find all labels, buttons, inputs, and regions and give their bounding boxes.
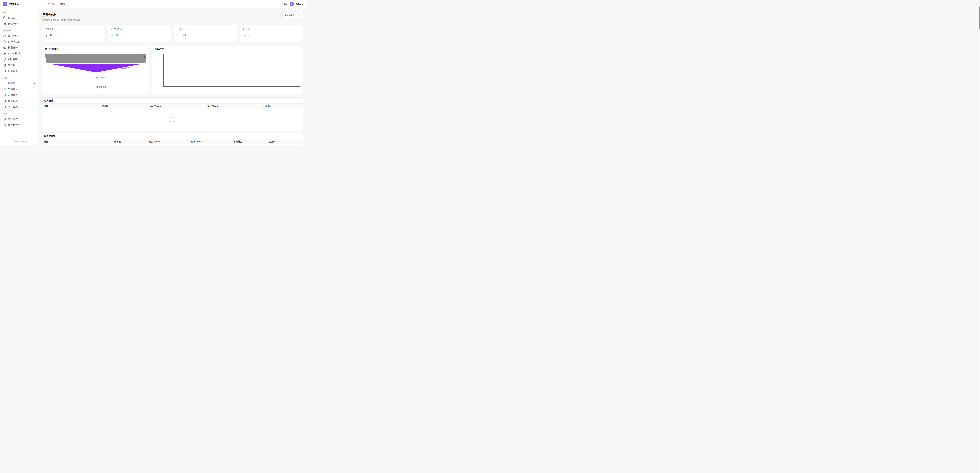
sidebar-item-label: 同步日志 <box>8 105 18 108</box>
active-indicator-dot <box>34 83 35 84</box>
main: ZCLAW / 用量统计 A Admin 用量统计 查看模型使用情况、Token… <box>38 0 307 145</box>
sidebar-item-label: 账号管理 <box>8 34 18 38</box>
gauge-icon <box>3 16 6 19</box>
stat-card-active-users: 活跃用户29 <box>240 25 303 42</box>
page-title: 用量统计 <box>42 13 81 17</box>
sidebar-item-label: 定时任务 <box>8 94 18 97</box>
sidebar-collapse-icon[interactable] <box>42 3 45 6</box>
stat-label: 注册用户 <box>177 28 234 31</box>
sidebar-item-accounts[interactable]: 账号管理 <box>0 33 38 39</box>
theme-toggle-moon-icon[interactable] <box>284 3 287 6</box>
users-icon <box>3 34 6 37</box>
column-header[interactable]: 输入 Token <box>148 104 206 109</box>
sidebar-item-label: 仪表盘 <box>8 16 16 20</box>
trend-card-title: 每日趋势 <box>152 46 302 52</box>
sidebar-item-label: 知识库 <box>8 64 16 67</box>
column-header[interactable]: 请求数 <box>113 139 147 145</box>
sidebar-item-usage-stats[interactable]: 用量统计 <box>0 80 38 86</box>
message-icon <box>3 123 6 126</box>
sidebar-item-billing[interactable]: 计费管理 <box>0 21 38 27</box>
sidebar-section-label: 系统 <box>0 110 38 116</box>
stat-value: 30 <box>181 33 186 37</box>
avatar: A <box>290 2 294 6</box>
funnel-card: 用户转化漏斗 注 活跃用户 今日使用 使用多模型 <box>42 46 150 94</box>
date-range-select[interactable]: 最近 30 天 <box>282 13 303 18</box>
sidebar-item-roles-permissions[interactable]: 角色与权限 <box>0 39 38 45</box>
charts-row: 用户转化漏斗 注 活跃用户 今日使用 使用多模型 每日趋势 <box>42 46 303 94</box>
trend-card: 每日趋势 <box>152 46 303 94</box>
sidebar-item-api-keys[interactable]: API 密钥 <box>0 56 38 62</box>
sidebar-item-industry-config[interactable]: 行业配置 <box>0 68 38 74</box>
sidebar-item-label: 角色与权限 <box>8 40 21 43</box>
topbar: ZCLAW / 用量统计 A Admin <box>38 0 307 8</box>
model-table-header-row: 模型请求数输入 Token输出 Token平均延迟成功率 <box>42 139 302 145</box>
sidebar-item-knowledge-base[interactable]: 知识库 <box>0 62 38 68</box>
sidebar-section-label: 核心 <box>0 9 38 15</box>
user-name: Admin <box>295 3 303 5</box>
user-menu[interactable]: A Admin <box>290 2 303 6</box>
brand: Z ZCLAW <box>0 0 38 8</box>
column-header[interactable]: 输出 Token <box>206 104 264 109</box>
sidebar-item-agent-templates[interactable]: Agent 模板 <box>0 51 38 56</box>
sidebar-section-label: 运维 <box>0 74 38 80</box>
column-header[interactable]: 请求数 <box>100 104 148 109</box>
sidebar-item-label: 系统配置 <box>8 118 18 121</box>
stats-row: 总请求数0总 TOKEN 数0注册用户30活跃用户29 <box>42 25 303 42</box>
sidebar-item-cron-tasks[interactable]: 定时任务 <box>0 92 38 98</box>
empty-inbox-icon <box>169 112 177 118</box>
crown-icon <box>3 22 6 25</box>
gear-icon <box>3 118 6 121</box>
sidebar-item-relay-tasks[interactable]: 中转任务 <box>0 86 38 92</box>
file-icon <box>3 99 6 102</box>
sidebar-footer: ZCLAW Admin v2 <box>0 138 38 145</box>
page-subtitle: 查看模型使用情况、Token 消耗和用户转化 <box>42 19 81 21</box>
plug-icon <box>3 58 6 61</box>
column-header[interactable]: 设备数 <box>264 104 302 109</box>
funnel-stage-active[interactable] <box>47 64 145 72</box>
app-version: ZCLAW Admin v2 <box>11 140 27 143</box>
sidebar-item-dashboard[interactable]: 仪表盘 <box>0 15 38 21</box>
stat-value: 0 <box>50 33 52 37</box>
column-header[interactable]: 平均延迟 <box>232 139 267 145</box>
stat-value: 0 <box>116 33 118 37</box>
sidebar-item-label: 行业配置 <box>8 70 18 73</box>
sidebar-section-label: 资源管理 <box>0 27 38 33</box>
funnel-stage-registered[interactable] <box>45 54 146 63</box>
funnel-chart <box>42 52 150 94</box>
column-header[interactable]: 输入 Token <box>147 139 189 145</box>
sync-icon <box>3 105 6 108</box>
model-stats-card: 按模型统计 模型请求数输入 Token输出 Token平均延迟成功率 <box>42 133 303 145</box>
sidebar-item-label: API 密钥 <box>8 58 18 61</box>
empty-state: No data <box>42 109 302 122</box>
sidebar-item-prompt-management[interactable]: 提示词管理 <box>0 122 38 128</box>
model-stats-table: 模型请求数输入 Token输出 Token平均延迟成功率 <box>42 139 302 145</box>
chart-icon <box>3 82 6 85</box>
sidebar-item-label: 计费管理 <box>8 22 18 25</box>
stat-card-total-tokens: 总 TOKEN 数0 <box>108 25 172 42</box>
funnel-label-active: 活跃用户 <box>121 67 129 70</box>
topbar-right: A Admin <box>284 2 303 6</box>
column-header[interactable]: 成功率 <box>267 139 302 145</box>
page-head: 用量统计 查看模型使用情况、Token 消耗和用户转化 最近 30 天 <box>42 13 303 21</box>
sidebar-item-model-services[interactable]: 模型服务 <box>0 45 38 51</box>
sidebar-nav: 核心仪表盘计费管理资源管理账号管理角色与权限模型服务Agent 模板API 密钥… <box>0 8 38 138</box>
app-root: Z ZCLAW 核心仪表盘计费管理资源管理账号管理角色与权限模型服务Agent … <box>0 0 307 145</box>
sidebar-item-sync-logs[interactable]: 同步日志 <box>0 104 38 110</box>
daily-table-header-row: 日期请求数输入 Token输出 Token设备数 <box>42 104 302 109</box>
column-header[interactable]: 输出 Token <box>190 139 232 145</box>
funnel-label-today: 今日使用 <box>96 76 105 79</box>
clock-icon <box>3 94 6 97</box>
zap-icon <box>45 33 49 37</box>
funnel-label-multi-model: 使用多模型 <box>96 86 107 88</box>
breadcrumb-separator: / <box>57 3 57 5</box>
chevron-down-icon <box>298 14 301 16</box>
column-header[interactable]: 日期 <box>42 104 100 109</box>
sidebar-item-operation-logs[interactable]: 操作日志 <box>0 98 38 104</box>
date-range-value: 最近 30 天 <box>285 14 294 17</box>
stat-label: 总请求数 <box>45 28 103 31</box>
stat-label: 活跃用户 <box>242 28 300 31</box>
sidebar-item-system-config[interactable]: 系统配置 <box>0 116 38 122</box>
breadcrumb-root[interactable]: ZCLAW <box>48 3 55 5</box>
daily-stats-card: 每日统计 日期请求数输入 Token输出 Token设备数 No data <box>42 97 303 131</box>
column-header[interactable]: 模型 <box>42 139 113 145</box>
